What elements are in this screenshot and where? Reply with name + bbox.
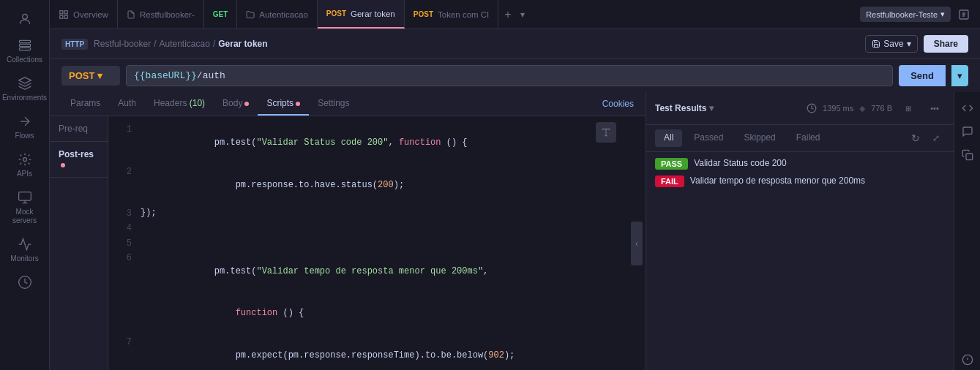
sidebar-item-history[interactable]: [0, 269, 49, 295]
code-line-2: 2 pm.response.to.have.status(200);: [108, 165, 646, 207]
filter-tab-skipped[interactable]: Skipped: [735, 129, 784, 147]
code-line-3: 3 });: [108, 206, 646, 221]
svg-rect-15: [966, 154, 973, 160]
test-stats: 1395 ms ◆ 776 B ⊞ •••: [807, 98, 945, 118]
test-filter-tabs: All Passed Skipped Failed ↻ ⤢: [646, 125, 954, 152]
test-results-header: Test Results ▾ 1395 ms ◆ 776 B ⊞ •••: [646, 92, 954, 125]
code-line-6b: function () {: [108, 292, 646, 335]
tab-token-com-ci[interactable]: POST Token com CI: [405, 0, 499, 29]
sidebar-item-environments[interactable]: Environments: [0, 70, 49, 108]
format-icon-btn[interactable]: ⊞: [898, 98, 919, 118]
svg-rect-7: [60, 10, 63, 13]
tab-overflow-button[interactable]: ▾: [517, 0, 528, 29]
tab-get[interactable]: GET: [204, 0, 238, 29]
sub-tab-settings[interactable]: Settings: [309, 92, 358, 116]
chevron-down-icon[interactable]: ▾: [709, 103, 714, 113]
svg-point-4: [23, 158, 26, 162]
sidebar-item-monitors[interactable]: Monitors: [0, 231, 49, 269]
filter-tab-failed[interactable]: Failed: [788, 129, 829, 147]
clock-icon: [807, 103, 817, 113]
cookies-button[interactable]: Cookies: [602, 99, 634, 109]
beautify-button[interactable]: [596, 122, 616, 143]
method-selector[interactable]: POST ▾: [61, 66, 120, 86]
right-icon-comment[interactable]: [957, 121, 978, 142]
svg-rect-9: [64, 15, 67, 18]
add-tab-button[interactable]: +: [498, 0, 517, 29]
svg-rect-2: [19, 44, 30, 46]
test-result-fail: FAIL Validar tempo de resposta menor que…: [655, 175, 945, 187]
code-line-4: 4: [108, 221, 646, 235]
right-icon-copy[interactable]: [957, 145, 978, 165]
test-results-list: PASS Validar Status code 200 FAIL Valida…: [646, 152, 954, 370]
pre-req-tab[interactable]: Pre-req: [50, 116, 108, 142]
send-chevron-button[interactable]: ▾: [951, 65, 968, 86]
sidebar-environments-label: Environments: [2, 94, 47, 102]
pass-badge: PASS: [655, 158, 688, 170]
svg-rect-10: [60, 15, 63, 18]
sub-tab-body[interactable]: Body: [214, 92, 258, 116]
pass-test-name: Validar Status code 200: [694, 158, 787, 168]
sidebar-item-collections[interactable]: Collections: [0, 32, 49, 70]
fail-test-name: Validar tempo de resposta menor que 200m…: [690, 175, 865, 186]
tab-autenticacao[interactable]: Autenticacao: [237, 0, 318, 29]
test-result-pass: PASS Validar Status code 200: [655, 158, 945, 170]
sidebar: Collections Environments Flows APIs Mock…: [0, 0, 50, 370]
right-icon-info[interactable]: [957, 350, 978, 370]
right-panel: Test Results ▾ 1395 ms ◆ 776 B ⊞ ••• All: [646, 92, 954, 370]
svg-point-0: [22, 14, 27, 19]
tab-restfulbooker[interactable]: Restfulbooker-: [118, 0, 204, 29]
expand-button[interactable]: ⤢: [927, 129, 945, 147]
url-bar: POST ▾ {{baseURL}} /auth Send ▾: [50, 59, 980, 92]
sub-tab-params[interactable]: Params: [61, 92, 109, 116]
sidebar-item-mock-servers[interactable]: Mock servers: [0, 184, 49, 231]
filter-tab-all[interactable]: All: [655, 129, 682, 147]
code-line-1: 1 pm.test("Validar Status code 200", fun…: [108, 122, 646, 165]
more-options-btn[interactable]: •••: [924, 98, 945, 118]
sidebar-item-apis[interactable]: APIs: [0, 146, 49, 184]
fail-badge: FAIL: [655, 175, 684, 187]
request-header: HTTP Restful-booker / Autenticacao / Ger…: [50, 29, 980, 59]
share-button[interactable]: Share: [924, 35, 968, 53]
editor-toolbar: [596, 122, 616, 143]
main-area: Overview Restfulbooker- GET Autenticacao…: [50, 0, 980, 370]
sub-tabs: Params Auth Headers (10) Body Scripts Se…: [50, 92, 646, 116]
sub-tab-scripts[interactable]: Scripts: [258, 92, 309, 116]
post-res-tab[interactable]: Post-res: [50, 142, 108, 178]
code-line-7: 7 pm.expect(pm.response.responseTime).to…: [108, 335, 646, 370]
code-line-5: 5: [108, 236, 646, 251]
sidebar-apis-label: APIs: [17, 170, 32, 178]
pre-res-tabs: Pre-req Post-res: [50, 116, 108, 370]
breadcrumb: Restful-booker / Autenticacao / Gerar to…: [94, 39, 267, 49]
right-icon-panel: [954, 92, 980, 370]
tabs-bar: Overview Restfulbooker- GET Autenticacao…: [50, 0, 980, 29]
top-right-icon-btn[interactable]: [954, 4, 974, 25]
sidebar-item-flows[interactable]: Flows: [0, 108, 49, 146]
code-line-6: 6 pm.test("Validar tempo de resposta men…: [108, 251, 646, 293]
svg-rect-8: [64, 10, 67, 13]
tab-gerar-token[interactable]: POST Gerar token: [318, 0, 405, 29]
workspace-selector[interactable]: Restfulbooker-Teste ▾: [860, 7, 951, 22]
sub-tab-headers[interactable]: Headers (10): [145, 92, 214, 116]
sidebar-monitors-label: Monitors: [10, 254, 38, 263]
url-input[interactable]: {{baseURL}} /auth: [126, 65, 893, 86]
http-badge: HTTP: [61, 39, 88, 50]
tabs-right-area: Restfulbooker-Teste ▾: [860, 4, 980, 25]
svg-rect-5: [18, 192, 31, 201]
refresh-button[interactable]: ↻: [907, 129, 924, 147]
sub-tab-auth[interactable]: Auth: [109, 92, 145, 116]
sidebar-item-user[interactable]: [0, 6, 49, 32]
code-editor[interactable]: 1 pm.test("Validar Status code 200", fun…: [108, 116, 646, 370]
sidebar-collections-label: Collections: [7, 56, 42, 64]
panel-collapse-button[interactable]: ‹: [631, 222, 643, 265]
svg-rect-1: [19, 40, 30, 42]
script-container: Pre-req Post-res 1: [50, 116, 646, 370]
test-results-title: Test Results ▾: [655, 103, 714, 113]
tab-overview[interactable]: Overview: [50, 0, 118, 29]
svg-rect-3: [19, 48, 30, 50]
sidebar-mock-servers-label: Mock servers: [3, 208, 46, 225]
save-button[interactable]: Save ▾: [865, 35, 917, 53]
right-icon-code[interactable]: [957, 98, 978, 118]
content-area: Params Auth Headers (10) Body Scripts Se…: [50, 92, 980, 370]
send-button[interactable]: Send: [899, 65, 946, 86]
filter-tab-passed[interactable]: Passed: [685, 129, 732, 147]
